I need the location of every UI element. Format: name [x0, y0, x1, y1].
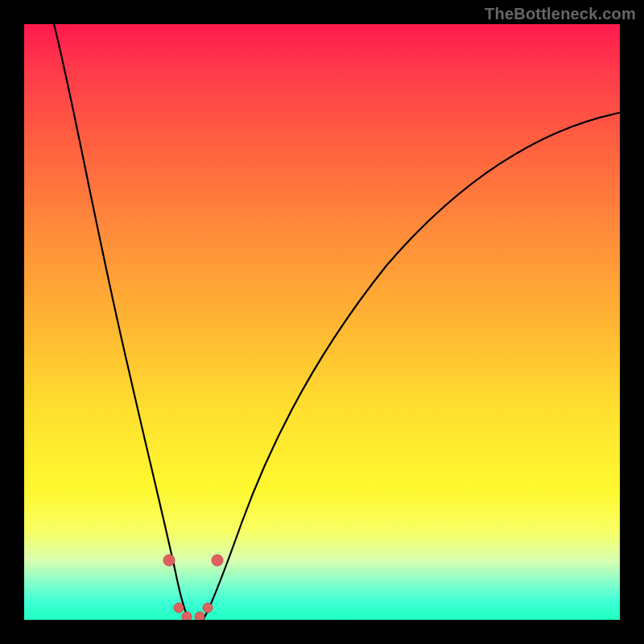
valley-dot — [203, 603, 213, 613]
bottleneck-curve — [24, 24, 620, 620]
valley-dot — [174, 603, 184, 613]
chart-plot-area — [24, 24, 620, 620]
valley-dot — [212, 555, 223, 566]
valley-dot — [163, 555, 175, 566]
curve-left-branch — [54, 24, 190, 620]
valley-dot — [182, 612, 192, 620]
curve-right-branch — [203, 113, 620, 620]
valley-dot — [195, 612, 204, 620]
attribution-text: TheBottleneck.com — [485, 5, 636, 23]
